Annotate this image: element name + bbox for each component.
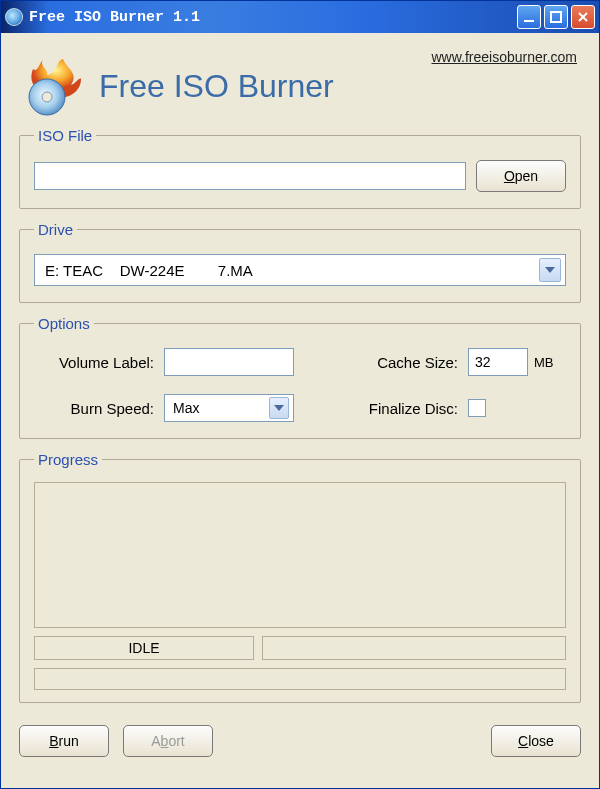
window-controls	[517, 5, 595, 29]
bottom-button-row: Brun Abort Close	[19, 715, 581, 757]
burn-speed-label: Burn Speed:	[34, 400, 164, 417]
svg-rect-1	[551, 12, 561, 22]
finalize-disc-label: Finalize Disc:	[294, 400, 468, 417]
options-group: Options Volume Label: Cache Size: MB Bur…	[19, 315, 581, 439]
svg-point-5	[42, 92, 52, 102]
close-button[interactable]: Close	[491, 725, 581, 757]
svg-rect-0	[524, 20, 534, 22]
iso-file-legend: ISO File	[34, 127, 96, 144]
cache-size-unit: MB	[528, 355, 566, 370]
volume-label-label: Volume Label:	[34, 354, 164, 371]
titlebar[interactable]: Free ISO Burner 1.1	[1, 1, 599, 33]
close-window-button[interactable]	[571, 5, 595, 29]
open-button[interactable]: Open	[476, 160, 566, 192]
drive-select[interactable]: E: TEAC DW-224E 7.MA	[34, 254, 566, 286]
burn-speed-value: Max	[173, 400, 199, 416]
iso-file-input[interactable]	[34, 162, 466, 190]
status-text: IDLE	[34, 636, 254, 660]
progress-legend: Progress	[34, 451, 102, 468]
volume-label-input[interactable]	[164, 348, 294, 376]
drive-legend: Drive	[34, 221, 77, 238]
flame-disc-icon	[19, 55, 87, 117]
minimize-icon	[523, 11, 535, 23]
close-icon	[577, 11, 589, 23]
progress-bar-main	[34, 668, 566, 690]
progress-bar-secondary	[262, 636, 566, 660]
main-window: Free ISO Burner 1.1 www.freeisoburner.co…	[0, 0, 600, 789]
window-title: Free ISO Burner 1.1	[29, 9, 517, 26]
progress-log	[34, 482, 566, 628]
progress-group: Progress IDLE	[19, 451, 581, 703]
options-legend: Options	[34, 315, 94, 332]
abort-button: Abort	[123, 725, 213, 757]
burn-speed-select[interactable]: Max	[164, 394, 294, 422]
iso-file-group: ISO File Open	[19, 127, 581, 209]
cache-size-label: Cache Size:	[294, 354, 468, 371]
cache-size-input[interactable]	[468, 348, 528, 376]
homepage-link[interactable]: www.freeisoburner.com	[431, 49, 577, 65]
app-title: Free ISO Burner	[99, 68, 334, 105]
minimize-button[interactable]	[517, 5, 541, 29]
burn-button[interactable]: Brun	[19, 725, 109, 757]
maximize-button[interactable]	[544, 5, 568, 29]
client-area: www.freeisoburner.com	[1, 33, 599, 788]
app-logo	[19, 55, 87, 117]
maximize-icon	[550, 11, 562, 23]
finalize-disc-checkbox[interactable]	[468, 399, 486, 417]
chevron-down-icon	[539, 258, 561, 282]
drive-group: Drive E: TEAC DW-224E 7.MA	[19, 221, 581, 303]
drive-selected-value: E: TEAC DW-224E 7.MA	[45, 262, 253, 279]
chevron-down-icon	[269, 397, 289, 419]
app-icon	[5, 8, 23, 26]
